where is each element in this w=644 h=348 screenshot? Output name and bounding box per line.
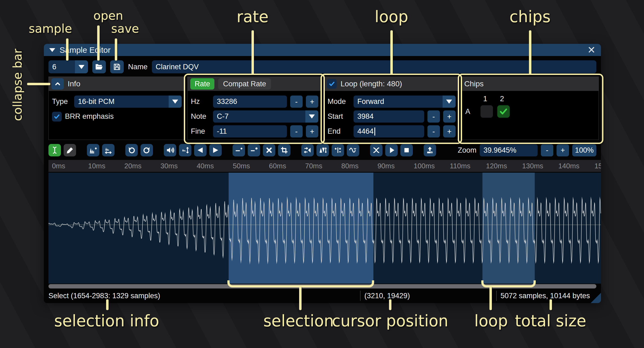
- preview-stop-button[interactable]: [400, 144, 413, 156]
- redo-button[interactable]: [140, 144, 153, 156]
- loop-end-input[interactable]: 4464: [354, 125, 424, 137]
- save-sample-button[interactable]: [110, 60, 124, 73]
- loop-enable-checkbox[interactable]: [327, 79, 337, 89]
- loop-end-minus-button[interactable]: -: [427, 125, 440, 137]
- annotation-loop-bottom: loop: [474, 312, 508, 330]
- zoom-input[interactable]: 39.9645%: [480, 144, 538, 156]
- compat-rate-tab[interactable]: Compat Rate: [218, 78, 271, 90]
- chips-row-label: A: [465, 107, 480, 116]
- loop-start-plus-button[interactable]: +: [443, 110, 456, 123]
- loop-panel-header: Loop (length: 480): [324, 77, 459, 91]
- fine-label: Fine: [191, 127, 210, 136]
- resize-button[interactable]: [87, 144, 99, 156]
- delete-icon: [265, 146, 273, 155]
- timeline-tick-label: 130ms: [522, 162, 543, 170]
- timeline-tick-label: 70ms: [305, 162, 322, 170]
- loop-mode-arrow[interactable]: [443, 96, 456, 108]
- chips-row-a: A: [465, 105, 599, 118]
- type-dropdown[interactable]: 16-bit PCM: [74, 96, 182, 108]
- note-dropdown[interactable]: C-7: [213, 110, 318, 123]
- trim-button[interactable]: [278, 144, 290, 156]
- window-collapse-icon[interactable]: [49, 48, 55, 52]
- redo-icon: [142, 146, 151, 155]
- sample-selector[interactable]: 6: [48, 60, 88, 73]
- loop-mode-value: Forward: [354, 97, 443, 106]
- check-icon: [328, 80, 336, 88]
- annotation-rate: rate: [237, 8, 269, 26]
- info-panel-header: Info: [49, 77, 185, 91]
- rate-panel-header: Rate Compat Rate: [188, 77, 322, 91]
- name-label: Name: [128, 63, 148, 71]
- timeline-tick-label: 50ms: [233, 162, 250, 170]
- resize-icon: [89, 146, 97, 155]
- annotation-selection: selection: [263, 312, 334, 330]
- make-wavetable-button[interactable]: [424, 144, 436, 156]
- fine-plus-button[interactable]: +: [306, 125, 318, 137]
- loop-start-minus-button[interactable]: -: [427, 110, 440, 123]
- note-dropdown-arrow[interactable]: [305, 110, 318, 123]
- zoom-out-button[interactable]: -: [541, 144, 553, 156]
- loop-mode-dropdown[interactable]: Forward: [354, 96, 456, 108]
- draw-button[interactable]: [64, 144, 76, 156]
- resize-grip[interactable]: [591, 293, 601, 303]
- fine-input[interactable]: -11: [213, 125, 287, 137]
- waveform-scrollbar[interactable]: [48, 284, 596, 288]
- chips-panel-title: Chips: [464, 80, 484, 88]
- waveform-view[interactable]: [48, 173, 601, 284]
- reverse-icon: [303, 146, 312, 155]
- hz-plus-button[interactable]: +: [306, 96, 318, 108]
- timeline-tick-label: 80ms: [341, 162, 359, 170]
- amplify-button[interactable]: [164, 144, 176, 156]
- annotation-sample: sample: [29, 22, 72, 35]
- chip-2-checkbox[interactable]: [497, 105, 510, 118]
- fade-out-button[interactable]: [209, 144, 222, 156]
- rate-button[interactable]: Rate: [190, 78, 214, 90]
- sample-selector-arrow[interactable]: [75, 60, 88, 73]
- type-dropdown-arrow[interactable]: [169, 96, 182, 108]
- preview-play-button[interactable]: [385, 144, 398, 156]
- zoom-in-button[interactable]: +: [557, 144, 569, 156]
- hz-minus-button[interactable]: -: [290, 96, 303, 108]
- crossfade-icon: [372, 146, 381, 155]
- title-bar[interactable]: Sample Editor ✕: [44, 44, 601, 56]
- crossfade-button[interactable]: [370, 144, 383, 156]
- text-caret: [374, 127, 375, 136]
- select-button[interactable]: [48, 144, 61, 156]
- timeline-ruler[interactable]: 0ms10ms20ms30ms40ms50ms60ms70ms80ms90ms1…: [48, 160, 601, 172]
- type-label: Type: [52, 97, 71, 106]
- top-controls-row: 6 Name Clarinet DQV: [48, 60, 596, 73]
- preview-stop-icon: [402, 146, 411, 155]
- info-panel: Info Type 16-bit PCM BRR emph: [48, 77, 185, 140]
- loop-end-plus-button[interactable]: +: [443, 125, 456, 137]
- fade-out-icon: [211, 146, 220, 155]
- insert-silence-button[interactable]: [233, 144, 245, 156]
- total-size-text: 5072 samples, 10144 bytes: [496, 291, 601, 301]
- zoom-reset-button[interactable]: 100%: [572, 144, 596, 156]
- normalize-button[interactable]: [179, 144, 191, 156]
- collapse-bar-button[interactable]: [51, 78, 64, 90]
- fade-in-button[interactable]: [194, 144, 207, 156]
- sign-button[interactable]: [332, 144, 344, 156]
- brr-emphasis-checkbox[interactable]: [52, 112, 62, 122]
- undo-button[interactable]: [125, 144, 138, 156]
- open-sample-button[interactable]: [92, 60, 106, 73]
- amplify-icon: [166, 146, 174, 155]
- apply-silence-button[interactable]: [248, 144, 260, 156]
- waveform-canvas[interactable]: [48, 173, 601, 284]
- timeline-tick-label: 10ms: [88, 162, 106, 170]
- name-input[interactable]: Clarinet DQV: [152, 60, 596, 73]
- filter-button[interactable]: [347, 144, 359, 156]
- delete-button[interactable]: [263, 144, 275, 156]
- annotation-chips: chips: [509, 8, 551, 26]
- reverse-button[interactable]: [301, 144, 314, 156]
- loop-start-input[interactable]: 3984: [354, 110, 424, 123]
- fine-minus-button[interactable]: -: [290, 125, 303, 137]
- chip-1-checkbox[interactable]: [480, 105, 493, 118]
- hz-input[interactable]: 33286: [213, 96, 287, 108]
- insert-silence-icon: [234, 146, 243, 155]
- invert-button[interactable]: [316, 144, 329, 156]
- close-icon[interactable]: ✕: [587, 45, 596, 55]
- timeline-tick-label: 110ms: [450, 162, 470, 170]
- normalize-icon: [181, 146, 189, 155]
- resample-button[interactable]: [102, 144, 115, 156]
